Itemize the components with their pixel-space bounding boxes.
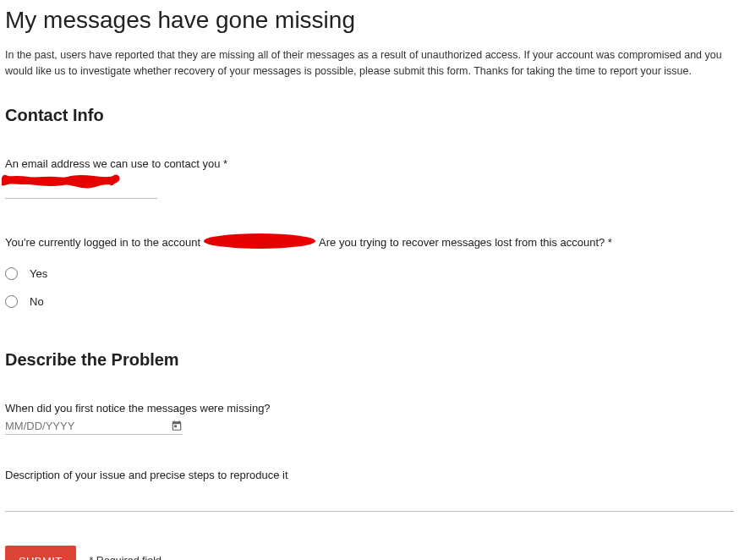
page-title: My messages have gone missing bbox=[5, 7, 734, 34]
svg-point-0 bbox=[204, 233, 315, 249]
email-field-group: An email address we can use to contact y… bbox=[5, 157, 734, 199]
radio-no-label: No bbox=[30, 295, 44, 308]
radio-yes-label: Yes bbox=[30, 267, 47, 280]
email-input-redacted[interactable] bbox=[5, 175, 157, 199]
intro-text: In the past, users have reported that th… bbox=[5, 47, 734, 80]
contact-info-heading: Contact Info bbox=[5, 106, 734, 125]
email-label: An email address we can use to contact y… bbox=[5, 157, 734, 170]
description-field-group: Description of your issue and precise st… bbox=[5, 469, 734, 512]
radio-yes-row: Yes bbox=[5, 267, 734, 280]
required-field-note: * Required field bbox=[90, 555, 161, 560]
account-question: You're currently logged in to the accoun… bbox=[5, 233, 734, 252]
radio-yes[interactable] bbox=[5, 267, 18, 280]
radio-no[interactable] bbox=[5, 295, 18, 308]
date-label: When did you first notice the messages w… bbox=[5, 402, 734, 415]
login-prefix-text: You're currently logged in to the accoun… bbox=[5, 236, 200, 249]
redaction-scribble-icon bbox=[2, 170, 120, 192]
describe-problem-heading: Describe the Problem bbox=[5, 350, 734, 370]
description-input[interactable] bbox=[5, 488, 734, 512]
calendar-icon[interactable] bbox=[171, 420, 183, 431]
description-label: Description of your issue and precise st… bbox=[5, 469, 734, 481]
redaction-blob-icon bbox=[202, 233, 317, 250]
account-redacted bbox=[202, 233, 317, 252]
date-input[interactable] bbox=[5, 420, 171, 432]
date-input-wrap[interactable] bbox=[5, 420, 183, 435]
date-field-group: When did you first notice the messages w… bbox=[5, 402, 734, 435]
form-footer: SUBMIT * Required field bbox=[5, 546, 734, 560]
radio-no-row: No bbox=[5, 295, 734, 308]
submit-button[interactable]: SUBMIT bbox=[5, 546, 76, 560]
login-suffix-text: Are you trying to recover messages lost … bbox=[319, 236, 612, 249]
